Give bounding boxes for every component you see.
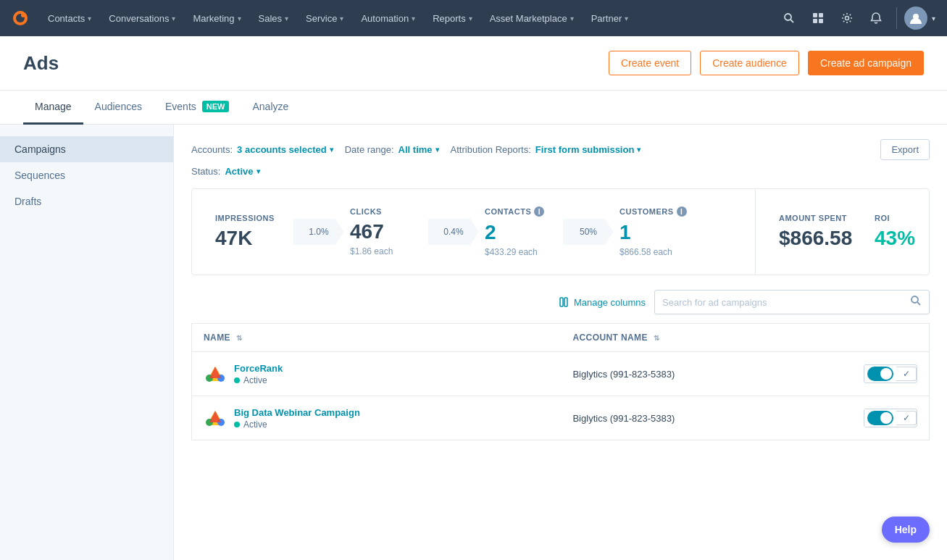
campaign-name-cell: Big Data Webinar Campaign Active	[192, 396, 562, 440]
nav-reports[interactable]: Reports ▾	[425, 9, 480, 28]
page-header: Ads Create event Create audience Create …	[0, 36, 947, 91]
table-body: ForceRank Active Biglytics (991-	[192, 352, 930, 440]
roi-value: 43%	[875, 227, 915, 250]
chevron-down-icon: ▾	[285, 14, 288, 22]
table-controls: Manage columns	[191, 290, 930, 314]
notifications-icon[interactable]	[863, 5, 889, 31]
account-name-column-header[interactable]: ACCOUNT NAME ⇅	[561, 324, 929, 352]
campaign-status: Active	[234, 419, 360, 430]
search-icon[interactable]	[776, 5, 802, 31]
status-value-dropdown[interactable]: Active ▾	[225, 166, 259, 177]
amount-spent-stat: AMOUNT SPENT $866.58	[779, 214, 851, 250]
marketplace-icon[interactable]	[805, 5, 831, 31]
manage-columns-button[interactable]: Manage columns	[559, 297, 646, 308]
nav-sales[interactable]: Sales ▾	[251, 9, 296, 28]
contacts-stat: CONTACTS i 2 $433.29 each	[485, 206, 557, 257]
name-column-header[interactable]: NAME ⇅	[192, 324, 562, 352]
campaign-name[interactable]: Big Data Webinar Campaign	[234, 407, 360, 418]
nav-automation[interactable]: Automation ▾	[354, 9, 422, 28]
attribution-filter: Attribution Reports: First form submissi…	[451, 144, 641, 155]
search-campaigns-box	[654, 290, 930, 314]
avatar[interactable]	[904, 7, 927, 30]
tab-analyze[interactable]: Analyze	[241, 91, 300, 125]
tab-events[interactable]: Events NEW	[154, 91, 241, 125]
chevron-down-icon: ▾	[570, 14, 574, 22]
nav-service[interactable]: Service ▾	[299, 9, 351, 28]
search-campaigns-input[interactable]	[662, 297, 904, 308]
toggle-check[interactable]: ✓	[896, 411, 917, 425]
tab-audiences[interactable]: Audiences	[83, 91, 154, 125]
chevron-down-icon: ▾	[256, 167, 260, 175]
toggle-track[interactable]	[867, 367, 893, 381]
chevron-down-icon: ▾	[435, 146, 439, 154]
chevron-down-icon: ▾	[330, 146, 333, 154]
accounts-value-dropdown[interactable]: 3 accounts selected ▾	[237, 144, 333, 155]
campaign-name-wrapper: Big Data Webinar Campaign Active	[204, 406, 549, 430]
filters-row-1: Accounts: 3 accounts selected ▾ Date ran…	[191, 139, 930, 160]
help-button[interactable]: Help	[882, 517, 930, 543]
contact-rate: 50%	[580, 227, 597, 237]
amount-value: $866.58	[779, 227, 852, 250]
clicks-each: $1.86 each	[350, 246, 393, 256]
attribution-value-dropdown[interactable]: First form submission ▾	[535, 144, 641, 155]
top-navigation: Contacts ▾ Conversations ▾ Marketing ▾ S…	[0, 0, 947, 36]
svg-point-13	[911, 296, 918, 303]
toggle-check[interactable]: ✓	[896, 367, 917, 381]
date-value-dropdown[interactable]: All time ▾	[399, 144, 439, 155]
customers-label: CUSTOMERS i	[619, 206, 687, 217]
contacts-each: $433.29 each	[485, 247, 538, 257]
toggle-track-wrap	[864, 409, 896, 427]
svg-marker-22	[209, 411, 221, 422]
header-actions: Create event Create audience Create ad c…	[609, 51, 924, 75]
toggle-thumb	[880, 368, 892, 380]
account-name-cell: Biglytics (991-823-5383) ✓	[561, 396, 929, 440]
chevron-down-icon: ▾	[412, 14, 415, 22]
attribution-label: Attribution Reports:	[451, 144, 531, 155]
create-campaign-button[interactable]: Create ad campaign	[808, 51, 924, 75]
export-button[interactable]: Export	[880, 139, 930, 160]
campaign-name[interactable]: ForceRank	[234, 363, 283, 374]
create-audience-button[interactable]: Create audience	[700, 51, 799, 75]
stats-main: IMPRESSIONS 47K 1.0% CLICKS 467	[192, 189, 755, 275]
accounts-label: Accounts:	[191, 144, 233, 155]
svg-line-14	[917, 302, 920, 305]
sort-icon: ⇅	[236, 334, 242, 342]
status-dot	[234, 377, 240, 383]
customers-stat: CUSTOMERS i 1 $866.58 each	[619, 206, 692, 257]
table-row: ForceRank Active Biglytics (991-	[192, 352, 930, 396]
settings-icon[interactable]	[834, 5, 860, 31]
contacts-info-icon[interactable]: i	[534, 206, 544, 217]
nav-divider	[896, 7, 897, 29]
toggle-track[interactable]	[867, 411, 893, 425]
sidebar-item-drafts[interactable]: Drafts	[0, 188, 173, 214]
svg-rect-8	[819, 19, 823, 23]
sidebar-item-campaigns[interactable]: Campaigns	[0, 136, 173, 162]
nav-asset-marketplace[interactable]: Asset Marketplace ▾	[483, 9, 581, 28]
search-icon[interactable]	[910, 295, 922, 309]
sidebar-item-sequences[interactable]: Sequences	[0, 162, 173, 188]
profile-chevron-icon[interactable]: ▾	[932, 14, 935, 22]
campaign-toggle: ✓	[864, 364, 917, 383]
impressions-label: IMPRESSIONS	[215, 214, 275, 222]
filters-row-2: Status: Active ▾	[191, 166, 930, 177]
tab-manage[interactable]: Manage	[23, 91, 83, 125]
customers-info-icon[interactable]: i	[677, 206, 687, 217]
hubspot-logo[interactable]	[12, 9, 29, 27]
campaign-toggle: ✓	[864, 409, 917, 427]
google-ads-icon	[204, 362, 227, 385]
google-ads-icon	[204, 406, 227, 430]
impressions-stat: IMPRESSIONS 47K	[215, 214, 288, 250]
contacts-value: 2	[485, 221, 496, 244]
nav-partner[interactable]: Partner ▾	[584, 9, 636, 28]
nav-contacts[interactable]: Contacts ▾	[41, 9, 99, 28]
stats-right: AMOUNT SPENT $866.58 ROI 43%	[755, 189, 929, 275]
svg-marker-18	[209, 367, 221, 378]
page-title: Ads	[23, 52, 609, 75]
nav-conversations[interactable]: Conversations ▾	[101, 9, 183, 28]
sort-icon: ⇅	[654, 334, 659, 342]
svg-rect-5	[813, 13, 817, 17]
campaigns-table: NAME ⇅ ACCOUNT NAME ⇅	[191, 323, 930, 440]
create-event-button[interactable]: Create event	[609, 51, 691, 75]
nav-marketing[interactable]: Marketing ▾	[185, 9, 248, 28]
toggle-track-wrap	[864, 365, 896, 383]
